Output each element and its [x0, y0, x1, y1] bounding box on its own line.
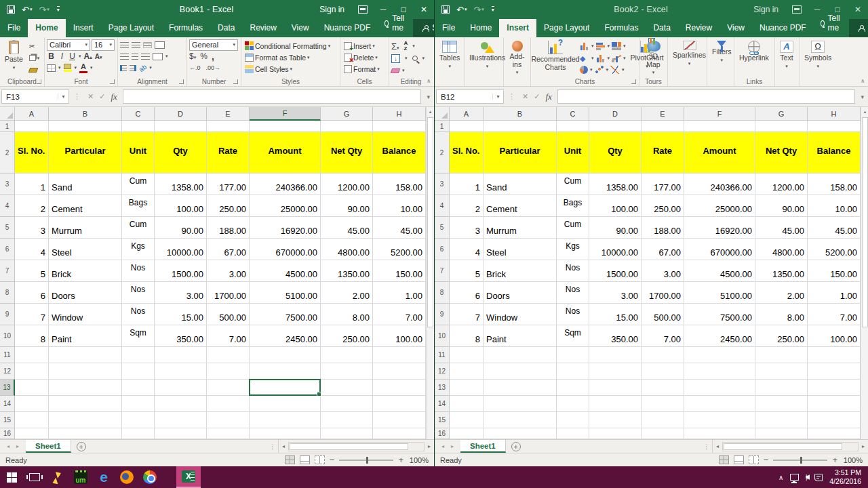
cell-A16[interactable]	[450, 428, 484, 439]
top-align-button[interactable]	[120, 42, 129, 48]
wrap-text-button[interactable]	[155, 41, 165, 49]
cell-B6[interactable]: Steel	[49, 239, 122, 260]
font-size-combo[interactable]: 16▾	[92, 39, 115, 51]
cell-H6[interactable]: 5200.00	[373, 239, 426, 260]
cancel-button[interactable]: ✕	[87, 92, 94, 101]
pie-chart-button[interactable]	[580, 66, 588, 74]
tab-file[interactable]: File	[0, 19, 28, 37]
cell-H10[interactable]: 100.00	[373, 325, 426, 347]
zoom-out-button[interactable]: −	[764, 455, 769, 465]
underline-button[interactable]: U	[68, 52, 76, 61]
horizontal-scrollbar[interactable]: ◂ ▸	[278, 440, 434, 453]
cell-H7[interactable]: 150.00	[808, 260, 861, 282]
tab-insert[interactable]: Insert	[499, 19, 536, 37]
cell-B5[interactable]: Murrum	[484, 217, 557, 239]
cell-A13[interactable]	[450, 380, 484, 396]
cell-C13[interactable]	[557, 380, 589, 396]
tab-formulas[interactable]: Formulas	[161, 19, 210, 37]
borders-button[interactable]	[47, 64, 56, 72]
cell-A16[interactable]	[15, 428, 49, 439]
cell-A2[interactable]: Sl. No.	[450, 132, 484, 174]
tab-splitter[interactable]: ⋮	[269, 443, 278, 450]
share-button[interactable]: Share	[849, 19, 868, 37]
cell-F10[interactable]: 2450.00	[684, 325, 755, 347]
clipboard-dialog-launcher[interactable]	[37, 79, 41, 84]
undo-dropdown-icon[interactable]: ▾	[30, 7, 33, 12]
column-chart-button[interactable]	[580, 42, 589, 50]
undo-dropdown-icon[interactable]: ▾	[465, 7, 467, 12]
cell-B3[interactable]: Sand	[49, 174, 122, 195]
combo-chart-button[interactable]	[612, 54, 621, 62]
copy-button[interactable]: ▾	[28, 53, 41, 63]
tab-data[interactable]: Data	[646, 19, 677, 37]
cell-F15[interactable]	[684, 412, 755, 428]
cell-G11[interactable]	[755, 347, 808, 363]
cell-H2[interactable]: Balance	[808, 132, 861, 174]
row-header-5[interactable]: 5	[0, 217, 15, 239]
row-header-9[interactable]: 9	[0, 304, 15, 325]
cell-F11[interactable]	[684, 347, 755, 363]
row-header-13[interactable]: 13	[435, 380, 450, 396]
middle-align-button[interactable]	[132, 42, 140, 48]
row-header-7[interactable]: 7	[0, 260, 15, 282]
cell-F5[interactable]: 16920.00	[250, 217, 321, 239]
cell-D8[interactable]: 3.00	[155, 282, 207, 304]
cell-H1[interactable]	[808, 121, 861, 132]
merge-dropdown-icon[interactable]: ▾	[165, 54, 168, 59]
cell-G10[interactable]: 250.00	[321, 325, 373, 347]
column-header-d[interactable]: D	[155, 107, 207, 121]
cell-B15[interactable]	[484, 412, 557, 428]
cell-A5[interactable]: 3	[450, 217, 484, 239]
row-header-11[interactable]: 11	[435, 347, 450, 363]
cell-E5[interactable]: 188.00	[207, 217, 250, 239]
cell-D6[interactable]: 10000.00	[589, 239, 642, 260]
row-header-16[interactable]: 16	[435, 428, 450, 439]
cell-A11[interactable]	[450, 347, 484, 363]
cell-B8[interactable]: Doors	[49, 282, 122, 304]
radar-chart-button[interactable]: ◆	[580, 54, 589, 62]
cell-G4[interactable]: 90.00	[321, 195, 373, 217]
hierarchy-chart-button[interactable]	[612, 42, 621, 50]
cell-C4[interactable]: Bags	[122, 195, 155, 217]
tab-splitter[interactable]: ⋮	[703, 443, 712, 450]
cell-E6[interactable]: 67.00	[207, 239, 250, 260]
cell-C3[interactable]: Cum	[557, 174, 589, 195]
row-header-3[interactable]: 3	[435, 174, 450, 195]
cell-E11[interactable]	[642, 347, 684, 363]
cell-D12[interactable]	[155, 363, 207, 380]
cell-A11[interactable]	[15, 347, 49, 363]
cell-C8[interactable]: Nos	[557, 282, 589, 304]
cell-F3[interactable]: 240366.00	[684, 174, 755, 195]
align-right-button[interactable]	[141, 54, 150, 60]
cell-D9[interactable]: 15.00	[589, 304, 642, 325]
cell-E2[interactable]: Rate	[642, 132, 684, 174]
symbols-button[interactable]: ΩSymbols▾	[802, 39, 834, 77]
cell-C9[interactable]: Nos	[557, 304, 589, 325]
cell-A5[interactable]: 3	[15, 217, 49, 239]
redo-dropdown-icon[interactable]: ▾	[47, 7, 50, 12]
cell-F1[interactable]	[684, 121, 755, 132]
sign-in-button[interactable]: Sign in	[311, 5, 353, 14]
decrease-decimal-button[interactable]: .00→	[206, 64, 221, 71]
action-center-button[interactable]	[814, 474, 823, 481]
alignment-dialog-launcher[interactable]	[179, 79, 184, 84]
cell-E10[interactable]: 7.00	[207, 325, 250, 347]
column-header-e[interactable]: E	[642, 107, 684, 121]
fill-button[interactable]: ↓	[391, 54, 400, 63]
column-header-h[interactable]: H	[373, 107, 426, 121]
cell-B2[interactable]: Particular	[484, 132, 557, 174]
cell-E3[interactable]: 177.00	[207, 174, 250, 195]
column-header-e[interactable]: E	[207, 107, 250, 121]
cell-B4[interactable]: Cement	[484, 195, 557, 217]
cell-G1[interactable]	[321, 121, 373, 132]
number-dialog-launcher[interactable]	[233, 79, 238, 84]
cell-C11[interactable]	[557, 347, 589, 363]
format-as-table-button[interactable]: Format as Table▾	[243, 52, 338, 62]
tab-review[interactable]: Review	[678, 19, 719, 37]
cell-F9[interactable]: 7500.00	[250, 304, 321, 325]
cell-H15[interactable]	[373, 412, 426, 428]
decrease-indent-button[interactable]	[120, 65, 127, 71]
cell-A15[interactable]	[15, 412, 49, 428]
font-name-combo[interactable]: Calibri▾	[47, 39, 90, 51]
cell-F3[interactable]: 240366.00	[250, 174, 321, 195]
